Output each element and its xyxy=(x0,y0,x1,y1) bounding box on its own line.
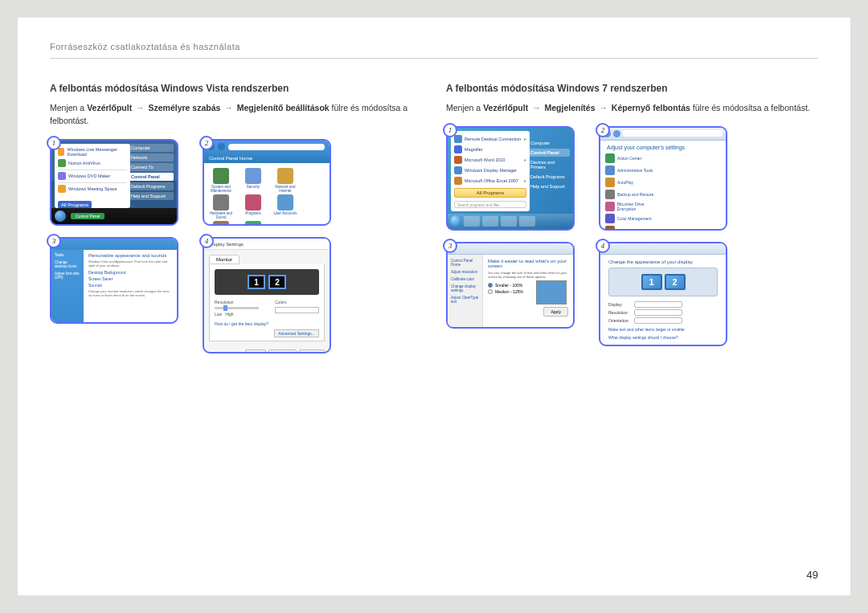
win7-step-1: 1 Remote Desktop Connection▸ Magnifier M… xyxy=(446,126,575,231)
screenshot: Windows Live Messenger Download Norton A… xyxy=(50,139,178,226)
step-badge: 2 xyxy=(199,136,214,150)
step-badge: 4 xyxy=(596,239,610,253)
screenshot: Display Settings Monitor 1 2 ResolutionL… xyxy=(203,237,331,353)
section-text-win7: Menjen a Vezérlőpult → Megjelenítés → Ké… xyxy=(446,102,818,115)
win7-step-2: 2 Adjust your computer's settings Action… xyxy=(599,126,727,231)
section-title-win7: A felbontás módosítása Windows 7 rendsze… xyxy=(446,83,818,94)
vista-steps: 1 Windows Live Messenger Download Norton… xyxy=(50,139,422,353)
screenshot: Control Panel Home System and Maintenanc… xyxy=(203,139,331,226)
vista-step-3: 3 Tasks Change desktop icons Adjust font… xyxy=(50,237,178,353)
start-menu-left: Windows Live Messenger Download Norton A… xyxy=(55,144,130,208)
arrow-icon: → xyxy=(136,103,145,112)
preview-icon xyxy=(536,280,567,304)
step-badge: 3 xyxy=(47,234,61,248)
arrow-icon: → xyxy=(599,103,608,112)
right-column: A felbontás módosítása Windows 7 rendsze… xyxy=(446,83,818,353)
section-text-vista: Menjen a Vezérlőpult → Személyre szabás … xyxy=(50,102,422,128)
left-column: A felbontás módosítása Windows Vista ren… xyxy=(50,83,422,353)
document-page: Forráseszköz csatlakoztatása és használa… xyxy=(18,18,850,595)
columns: A felbontás módosítása Windows Vista ren… xyxy=(50,83,818,353)
vista-step-4: 4 Display Settings Monitor 1 2 Resolutio… xyxy=(203,237,331,353)
arrow-icon: → xyxy=(532,103,541,112)
step-badge: 1 xyxy=(47,136,61,150)
start-orb-icon xyxy=(55,210,66,222)
page-number: 49 xyxy=(807,569,818,581)
screenshot: Control Panel Home Adjust resolution Cal… xyxy=(446,242,575,329)
vista-step-2: 2 Control Panel Home System and Maintena… xyxy=(203,139,331,226)
screenshot: Adjust your computer's settings Action C… xyxy=(599,126,727,231)
start-menu-right: Computer Network Connect To Control Pane… xyxy=(129,144,174,208)
win7-step-3: 3 Control Panel Home Adjust resolution C… xyxy=(446,242,575,346)
screenshot: Remote Desktop Connection▸ Magnifier Mic… xyxy=(446,126,575,231)
search-input: Search programs and files xyxy=(454,201,526,208)
taskbar: Control Panel xyxy=(51,208,177,224)
step-badge: 1 xyxy=(443,123,457,137)
section-title-vista: A felbontás módosítása Windows Vista ren… xyxy=(50,83,422,94)
win7-steps: 1 Remote Desktop Connection▸ Magnifier M… xyxy=(446,126,818,346)
vista-step-1: 1 Windows Live Messenger Download Norton… xyxy=(50,139,178,226)
page-header: Forráseszköz csatlakoztatása és használa… xyxy=(50,42,818,59)
screenshot: Tasks Change desktop icons Adjust font s… xyxy=(50,237,178,324)
start-orb-icon xyxy=(450,215,461,227)
arrow-icon: → xyxy=(224,103,233,112)
step-badge: 4 xyxy=(199,234,214,248)
step-badge: 3 xyxy=(443,239,457,253)
screenshot: Change the appearance of your display 1 … xyxy=(599,242,727,346)
step-badge: 2 xyxy=(596,123,610,137)
win7-step-4: 4 Change the appearance of your display … xyxy=(599,242,727,346)
